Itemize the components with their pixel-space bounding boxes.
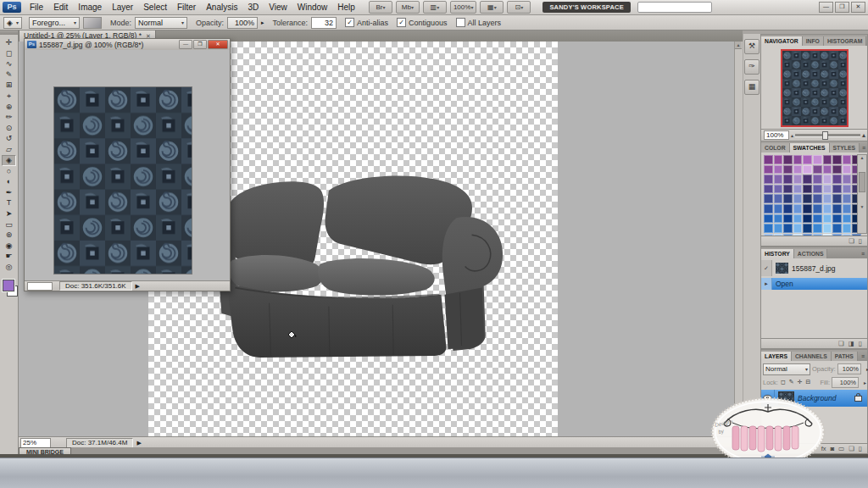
crop-tool[interactable]: ⊞: [2, 80, 16, 91]
layer-row-selected[interactable]: Background: [761, 390, 867, 407]
tab-color[interactable]: COLOR: [761, 143, 790, 152]
color-swatch[interactable]: [843, 155, 852, 164]
checkbox-all-layers[interactable]: All Layers: [456, 18, 502, 27]
color-swatch[interactable]: [803, 185, 812, 194]
color-swatch[interactable]: [843, 214, 852, 224]
color-swatch[interactable]: [783, 214, 793, 224]
hand-tool[interactable]: ☛: [2, 251, 16, 262]
blend-mode-select[interactable]: Normal▾: [763, 363, 810, 375]
tab-histogram[interactable]: HISTOGRAM: [824, 36, 866, 46]
color-swatch[interactable]: [843, 204, 852, 214]
color-swatch[interactable]: [823, 204, 832, 214]
color-swatch[interactable]: [764, 185, 773, 194]
color-swatch[interactable]: [764, 214, 773, 224]
search-input[interactable]: [637, 2, 712, 13]
shape-tool[interactable]: ▭: [2, 219, 16, 230]
tool-preset-picker[interactable]: ◈▾: [3, 17, 22, 29]
color-swatch[interactable]: [813, 204, 822, 214]
quick-selection-tool[interactable]: ✎: [2, 69, 16, 80]
history-brush-source-icon[interactable]: ✓: [761, 260, 772, 276]
color-swatch[interactable]: [783, 194, 793, 203]
workspace-button[interactable]: SANDY'S WORKSPACE: [542, 2, 631, 13]
collapsed-brushes-panel-icon[interactable]: ✑: [744, 59, 760, 75]
zoom-level-button[interactable]: 100%▾: [450, 1, 476, 14]
color-swatch[interactable]: [843, 224, 852, 233]
restore-button[interactable]: ❐: [835, 2, 849, 13]
color-swatch[interactable]: [832, 204, 842, 214]
menu-image[interactable]: Image: [73, 1, 107, 14]
panel-menu-icon[interactable]: ≡: [860, 145, 868, 152]
3d-rotate-tool[interactable]: ⊛: [2, 230, 16, 241]
delete-state-icon[interactable]: ▯: [859, 340, 862, 347]
zoom-in-icon[interactable]: ▴: [862, 131, 865, 139]
floating-window-titlebar[interactable]: Ps 155887_d.jpg @ 100% (RGB/8*) — ❐ ✕: [25, 39, 230, 51]
launch-bridge-button[interactable]: Br▾: [369, 1, 392, 14]
color-swatch[interactable]: [764, 194, 773, 203]
lasso-tool[interactable]: ∿: [2, 58, 16, 69]
lock-all-icon[interactable]: ⊟: [806, 379, 811, 385]
healing-brush-tool[interactable]: ⊕: [2, 102, 16, 113]
delete-layer-icon[interactable]: ▯: [859, 445, 862, 452]
scroll-up-icon[interactable]: ▲: [735, 42, 742, 49]
move-tool[interactable]: ✛: [2, 37, 16, 48]
color-swatch[interactable]: [793, 185, 803, 194]
color-swatch[interactable]: [783, 165, 793, 175]
navigator-zoom-input[interactable]: 100%: [764, 130, 789, 140]
lock-position-icon[interactable]: ✛: [798, 379, 803, 385]
color-swatch[interactable]: [783, 155, 793, 164]
fill-source-select[interactable]: Foregro...▾: [29, 17, 80, 29]
color-swatch[interactable]: [843, 165, 852, 175]
arrange-documents-button[interactable]: ▦▾: [480, 1, 504, 14]
dodge-tool[interactable]: ◐: [2, 176, 16, 187]
color-swatch[interactable]: [783, 175, 793, 184]
menu-file[interactable]: File: [25, 1, 48, 14]
color-swatch[interactable]: [803, 214, 812, 224]
menu-analysis[interactable]: Analysis: [201, 1, 242, 14]
pattern-swatch[interactable]: [83, 17, 102, 29]
checkbox-anti-alias[interactable]: ✓Anti-alias: [345, 18, 388, 27]
floating-image-window[interactable]: Ps 155887_d.jpg @ 100% (RGB/8*) — ❐ ✕ Do…: [24, 38, 231, 291]
collapsed-table-panel-icon[interactable]: ▦: [744, 80, 760, 95]
brush-tool[interactable]: ✏: [2, 112, 16, 123]
tab-layers[interactable]: LAYERS: [761, 352, 792, 361]
lock-transparency-icon[interactable]: ◻: [781, 379, 786, 385]
history-brush-tool[interactable]: ↺: [2, 133, 16, 144]
color-swatch[interactable]: [832, 185, 842, 194]
tolerance-input[interactable]: 32: [311, 17, 337, 29]
color-swatch[interactable]: [793, 175, 803, 184]
new-document-from-state-icon[interactable]: ❏: [838, 340, 844, 347]
navigator-zoom-slider[interactable]: [795, 134, 860, 137]
color-swatch[interactable]: [803, 204, 812, 214]
color-swatch[interactable]: [813, 165, 822, 175]
color-swatch[interactable]: [783, 185, 793, 194]
new-swatch-icon[interactable]: ❏: [849, 237, 854, 245]
color-swatch[interactable]: [793, 214, 803, 224]
color-swatch[interactable]: [803, 224, 812, 233]
float-status-arrow[interactable]: ▶: [136, 283, 140, 290]
panel-menu-icon[interactable]: ≡: [859, 353, 867, 361]
tab-styles[interactable]: STYLES: [830, 143, 860, 152]
zoom-tool[interactable]: ◎: [2, 262, 16, 273]
color-swatch[interactable]: [764, 165, 773, 175]
swatches-scrollbar[interactable]: ▲ ▼: [857, 154, 867, 234]
color-swatch[interactable]: [843, 175, 852, 184]
float-close-button[interactable]: ✕: [208, 40, 228, 49]
color-swatch[interactable]: [793, 224, 803, 233]
layer-style-fx-icon[interactable]: fx: [821, 445, 826, 452]
color-swatch[interactable]: [813, 155, 822, 164]
lock-pixels-icon[interactable]: ✎: [789, 379, 794, 385]
color-swatch[interactable]: [774, 155, 783, 164]
pen-tool[interactable]: ✒: [2, 187, 16, 198]
layer-opacity-input[interactable]: 100%: [837, 363, 861, 374]
color-swatch[interactable]: [823, 185, 832, 194]
color-swatch[interactable]: [774, 194, 783, 203]
marquee-tool[interactable]: ◻: [2, 48, 16, 59]
color-swatch[interactable]: [823, 165, 832, 175]
tab-swatches[interactable]: SWATCHES: [790, 143, 830, 152]
float-zoom-input[interactable]: [27, 282, 53, 291]
scrollbar-thumb[interactable]: [859, 172, 865, 192]
view-extras-button[interactable]: ▥▾: [423, 1, 447, 14]
zoom-slider-handle[interactable]: [822, 131, 828, 140]
color-swatch[interactable]: [793, 204, 803, 214]
color-swatch[interactable]: [823, 214, 832, 224]
